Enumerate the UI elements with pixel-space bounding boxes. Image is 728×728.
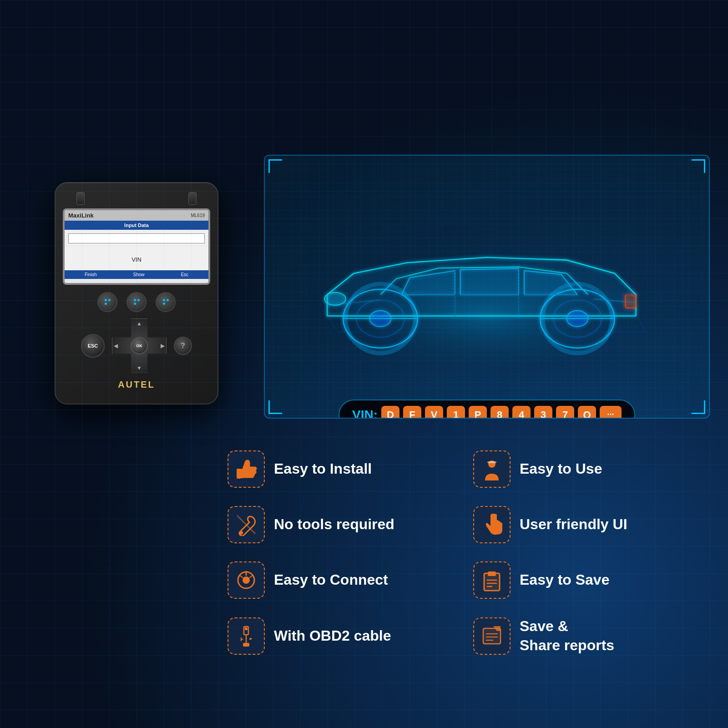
plug-icon xyxy=(235,569,258,592)
feature-label-with-obd2: With OBD2 cable xyxy=(274,627,391,646)
feature-no-tools: No tools required xyxy=(228,501,464,548)
feature-icon-save-share xyxy=(473,617,511,655)
feature-user-friendly: User friendly UI xyxy=(473,501,710,548)
svg-rect-27 xyxy=(487,461,496,463)
usb-icon xyxy=(235,625,258,647)
feature-easy-connect: Easy to Connect xyxy=(228,557,464,603)
feature-icon-easy-save xyxy=(473,561,511,599)
svg-line-33 xyxy=(239,575,243,578)
feature-label-easy-use: Easy to Use xyxy=(520,460,602,479)
feature-label-easy-install: Easy to Install xyxy=(274,460,372,479)
vin-char-V: V xyxy=(425,406,443,419)
feature-label-user-friendly: User friendly UI xyxy=(520,515,627,534)
wrench-icon xyxy=(235,513,258,536)
feature-easy-save: Easy to Save xyxy=(473,557,710,603)
feature-label-easy-connect: Easy to Connect xyxy=(274,571,388,590)
vin-char-7: 7 xyxy=(556,406,574,419)
vin-char-Q: Q xyxy=(578,406,596,419)
feature-easy-install: Easy to Install xyxy=(228,446,464,492)
feature-easy-use: Easy to Use xyxy=(473,446,710,492)
worker-icon xyxy=(480,458,503,480)
car-section: VIN: D F V 1 P 8 4 3 7 Q ··· xyxy=(255,155,710,419)
feature-icon-easy-install xyxy=(228,450,265,488)
feature-icon-easy-use xyxy=(473,450,511,488)
car-wireframe-visual xyxy=(274,165,700,409)
features-section: Easy to Install Easy to Use xyxy=(228,446,719,659)
svg-rect-25 xyxy=(237,469,241,479)
vin-char-8: 8 xyxy=(490,406,509,419)
car-wireframe-svg xyxy=(274,165,700,409)
vin-char-P: P xyxy=(469,406,487,419)
svg-rect-44 xyxy=(243,643,249,647)
thumbs-up-icon xyxy=(235,458,258,480)
vin-char-F: F xyxy=(403,406,421,419)
svg-line-34 xyxy=(249,575,253,578)
vin-label: VIN: xyxy=(352,408,378,419)
feature-label-no-tools: No tools required xyxy=(274,515,394,534)
feature-label-easy-save: Easy to Save xyxy=(520,571,609,590)
feature-icon-easy-connect xyxy=(228,561,265,599)
vin-display: VIN: D F V 1 P 8 4 3 7 Q ··· xyxy=(339,399,635,419)
features-grid: Easy to Install Easy to Use xyxy=(228,446,710,659)
svg-rect-18 xyxy=(625,294,636,308)
vin-char-D: D xyxy=(381,406,399,419)
feature-icon-user-friendly xyxy=(473,506,511,543)
feature-label-save-share: Save & Share reports xyxy=(520,617,614,655)
vin-char-1: 1 xyxy=(447,406,465,419)
vin-char-3: 3 xyxy=(534,406,552,419)
clipboard-icon xyxy=(480,569,503,592)
page-wrapper: VIEWING VEHICLE INFORMATION Find the cau… xyxy=(0,0,728,728)
svg-point-17 xyxy=(324,292,346,305)
feature-icon-with-obd2 xyxy=(228,617,265,655)
vin-more-dots: ··· xyxy=(600,406,622,419)
svg-rect-42 xyxy=(245,627,248,630)
car-hologram-box: VIN: D F V 1 P 8 4 3 7 Q ··· xyxy=(264,155,710,419)
hand-pointer-icon xyxy=(480,513,503,536)
car-report-icon xyxy=(480,625,503,647)
svg-point-32 xyxy=(243,576,250,584)
feature-with-obd2: With OBD2 cable xyxy=(228,612,464,659)
svg-rect-37 xyxy=(488,571,496,576)
svg-rect-48 xyxy=(250,638,252,639)
svg-point-29 xyxy=(239,531,243,535)
feature-icon-no-tools xyxy=(228,506,265,543)
feature-save-share: Save & Share reports xyxy=(473,612,710,659)
vin-char-4: 4 xyxy=(512,406,531,419)
